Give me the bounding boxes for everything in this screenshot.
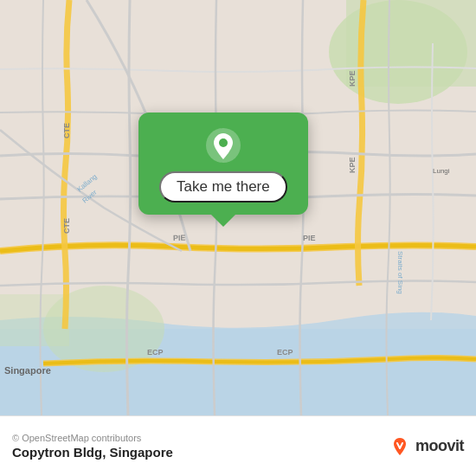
svg-text:River: River — [81, 188, 99, 204]
svg-point-2 — [329, 0, 467, 104]
map-popup: Take me there — [138, 113, 308, 215]
svg-text:CTE: CTE — [62, 123, 71, 138]
svg-text:KPE: KPE — [348, 157, 357, 173]
location-pin-icon — [204, 126, 242, 164]
svg-text:Straits of Sing: Straits of Sing — [396, 251, 404, 294]
map-attribution: © OpenStreetMap contributors — [12, 433, 173, 443]
moovit-text: moovit — [415, 437, 464, 455]
svg-text:ECP: ECP — [277, 348, 293, 357]
svg-text:KPE: KPE — [348, 70, 357, 87]
svg-text:Kallang: Kallang — [76, 172, 99, 193]
svg-text:CTE: CTE — [62, 218, 71, 234]
svg-text:PIE: PIE — [303, 234, 316, 242]
svg-text:PIE: PIE — [173, 234, 186, 242]
svg-text:Lungi: Lungi — [433, 167, 450, 175]
location-name: Copytron Bldg, Singapore — [12, 445, 173, 460]
take-me-there-button[interactable]: Take me there — [159, 171, 287, 203]
svg-rect-1 — [0, 329, 476, 415]
svg-point-4 — [43, 286, 164, 372]
bottom-info: © OpenStreetMap contributors Copytron Bl… — [12, 433, 173, 460]
moovit-logo[interactable]: moovit — [388, 434, 464, 459]
svg-point-20 — [219, 138, 228, 147]
svg-text:ECP: ECP — [147, 348, 164, 357]
moovit-icon — [388, 434, 412, 459]
svg-text:Singapore: Singapore — [4, 365, 51, 376]
map-container: PIE PIE CTE CTE KPE KPE ECP ECP Kallang … — [0, 0, 476, 415]
bottom-bar: © OpenStreetMap contributors Copytron Bl… — [0, 415, 476, 476]
svg-rect-5 — [0, 294, 69, 346]
svg-rect-3 — [346, 0, 476, 87]
